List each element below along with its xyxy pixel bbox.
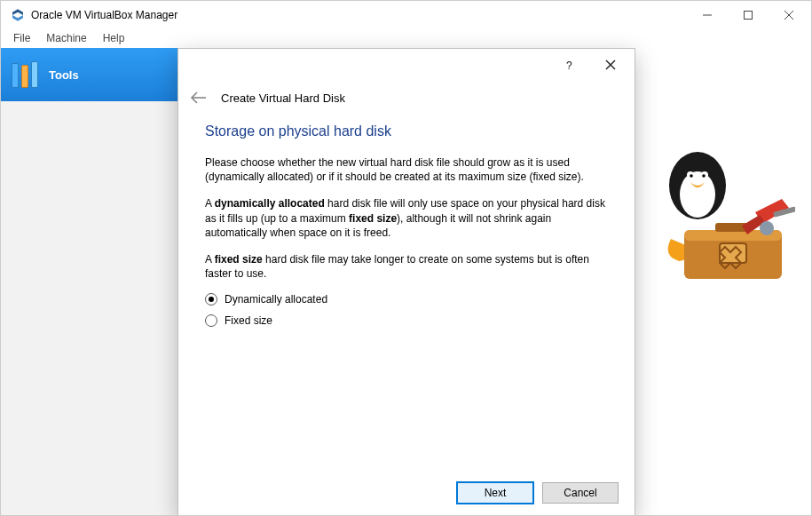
dialog-header: Create Virtual Hard Disk: [178, 81, 635, 123]
radio-fixed-size[interactable]: Fixed size: [205, 314, 608, 327]
menu-file[interactable]: File: [6, 30, 37, 46]
svg-text:?: ?: [566, 60, 572, 72]
radio-icon: [205, 293, 217, 306]
create-disk-dialog: ? Create Virtual Hard Disk Storage on ph…: [177, 48, 635, 516]
dynamic-paragraph: A dynamically allocated hard disk file w…: [205, 196, 608, 240]
radio-icon: [205, 314, 217, 327]
window-title: Oracle VM VirtualBox Manager: [31, 9, 177, 21]
minimize-button[interactable]: [687, 2, 728, 28]
dialog-body: Storage on physical hard disk Please cho…: [178, 123, 635, 327]
titlebar: Oracle VM VirtualBox Manager: [1, 1, 811, 28]
close-button[interactable]: [769, 2, 809, 28]
svg-point-5: [680, 171, 715, 218]
menu-help[interactable]: Help: [96, 30, 132, 46]
close-icon[interactable]: [592, 52, 629, 78]
sidebar-item-label: Tools: [49, 68, 79, 82]
maximize-button[interactable]: [728, 2, 769, 28]
svg-point-8: [690, 174, 693, 178]
next-button[interactable]: Next: [457, 482, 533, 504]
menu-machine[interactable]: Machine: [39, 30, 93, 46]
sidebar: Tools: [1, 48, 183, 515]
app-icon: [10, 7, 26, 23]
allocation-radio-group: Dynamically allocated Fixed size: [205, 293, 608, 327]
dialog-title: Create Virtual Hard Disk: [221, 91, 345, 105]
window-controls: [687, 2, 809, 28]
tools-icon: [12, 61, 38, 88]
dialog-footer: Next Cancel: [178, 471, 635, 515]
radio-label: Fixed size: [225, 314, 272, 327]
radio-dynamically-allocated[interactable]: Dynamically allocated: [205, 293, 608, 306]
svg-point-9: [702, 174, 706, 178]
back-arrow-icon[interactable]: [189, 88, 209, 107]
help-icon[interactable]: ?: [551, 52, 588, 78]
fixed-paragraph: A fixed size hard disk file may take lon…: [205, 252, 608, 281]
tux-toolbox-illustration: [635, 141, 795, 292]
svg-rect-1: [745, 11, 753, 19]
menubar: File Machine Help: [1, 28, 811, 48]
dialog-titlebar: ?: [178, 49, 635, 81]
intro-paragraph: Please choose whether the new virtual ha…: [205, 155, 608, 184]
content-area: Tools ?: [1, 48, 811, 515]
svg-point-15: [760, 221, 774, 235]
sidebar-item-tools[interactable]: Tools: [1, 48, 183, 101]
section-title: Storage on physical hard disk: [205, 123, 608, 139]
radio-label: Dynamically allocated: [225, 293, 327, 306]
cancel-button[interactable]: Cancel: [542, 482, 619, 504]
